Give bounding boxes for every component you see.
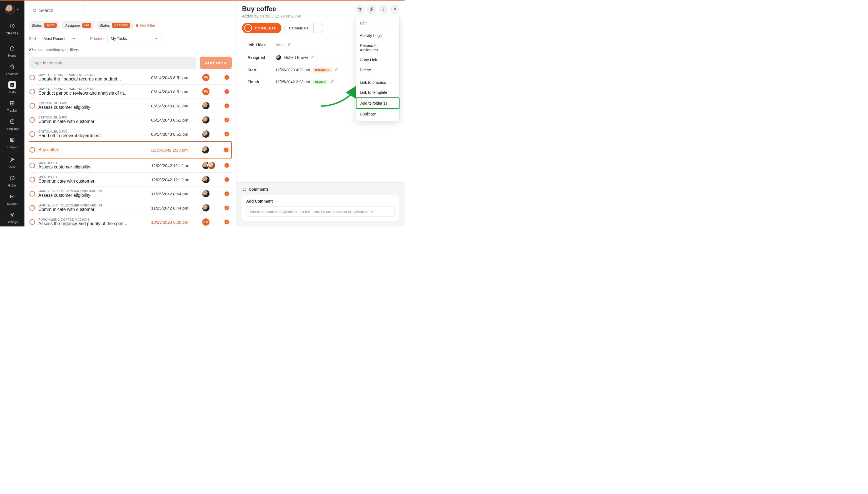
avatar (202, 175, 210, 184)
presets-select[interactable]: My Tasks (107, 34, 161, 43)
task-title: Communicate with customer (38, 119, 146, 124)
filter-assignee-value: Me (82, 23, 91, 28)
task-complete-circle[interactable] (30, 163, 35, 168)
task-row[interactable]: CRITICAL BUG FIXCommunicate with custome… (29, 113, 232, 127)
search-icon (33, 8, 37, 13)
menu-item[interactable]: Link to template (356, 88, 399, 97)
menu-item[interactable]: Edit (356, 18, 399, 28)
task-date: 12/09/2042 12:12 am (151, 163, 198, 168)
menu-item[interactable]: Delete (356, 65, 399, 75)
nav-templates[interactable]: Templates (2, 115, 22, 133)
task-meta: CRITICAL BUG FIX (38, 101, 146, 105)
task-status-check[interactable] (222, 191, 232, 197)
link-button[interactable] (367, 4, 376, 14)
task-complete-circle[interactable] (30, 219, 35, 225)
edit-icon[interactable] (334, 68, 340, 72)
sort-label[interactable]: Sort (29, 36, 36, 41)
task-row[interactable]: MAY 14, 9:51PM - FINANCIAL SPENDUpdate t… (29, 71, 232, 84)
nav-tasks[interactable]: Tasks (2, 78, 22, 97)
filter-states[interactable]: States All states (97, 21, 133, 30)
user-menu[interactable] (5, 4, 19, 15)
filter-status[interactable]: Status To do (29, 21, 59, 30)
comments-section: Comments Add Comment (236, 182, 404, 226)
menu-item[interactable]: Activity Logs (356, 31, 399, 40)
gear-icon (8, 211, 16, 219)
task-assignees (202, 116, 218, 124)
sidebar: CREATE Home Favorites Tasks Tracker Temp… (0, 1, 24, 226)
nav-support[interactable]: Support (2, 190, 22, 208)
edit-icon[interactable] (287, 42, 292, 48)
task-status-check[interactable] (222, 74, 232, 80)
task-detail-pane: Buy coffee Added by on 2023-12-20 08:23:… (236, 1, 404, 226)
search-input[interactable]: Search (29, 5, 85, 16)
nav-create-label: CREATE (6, 32, 19, 35)
task-content: MAY 14, 9:51PM - FINANCIAL SPENDConduct … (38, 88, 148, 96)
nav-settings[interactable]: Settings (2, 208, 22, 226)
nav-invite[interactable]: Invite (2, 153, 22, 172)
task-complete-circle[interactable] (30, 89, 35, 94)
task-row[interactable]: MAY 14, 9:51PM - FINANCIAL SPENDConduct … (29, 84, 232, 99)
presets-label[interactable]: Presets (90, 36, 103, 41)
task-row[interactable]: CRITICAL BUG FIXAssess customer eligibil… (29, 99, 232, 113)
task-row[interactable]: MARVEL INC - CUSTOMER ONBOARDINGCommunic… (29, 201, 232, 215)
task-complete-circle[interactable] (30, 191, 35, 196)
sort-value: Most Recent (43, 36, 66, 41)
comments-title: Comments (249, 187, 269, 191)
menu-item[interactable]: Add to folder(s) (356, 97, 400, 109)
nav-people[interactable]: People (2, 133, 22, 152)
task-title: Buy coffee (38, 147, 145, 152)
menu-item[interactable]: Resend to Assignees (356, 40, 399, 55)
menu-item[interactable]: Duplicate (356, 109, 399, 119)
add-filter-button[interactable]: ⊕ Add Filter (135, 23, 155, 27)
close-button[interactable] (390, 4, 400, 14)
task-row[interactable]: PURCHASING COFFEE MACHINEAssess the urge… (29, 215, 232, 226)
info-icon (8, 174, 16, 182)
task-row[interactable]: MICROSOFTCommunicate with customer12/09/… (29, 173, 232, 187)
complete-button[interactable]: COMPLETE (242, 23, 282, 33)
task-row[interactable]: MICROSOFTAssess customer eligibility12/0… (29, 158, 232, 173)
menu-item[interactable]: Copy Link (356, 55, 399, 65)
sort-select[interactable]: Most Recent (40, 34, 79, 43)
task-complete-circle[interactable] (30, 147, 35, 153)
edit-icon[interactable] (311, 55, 316, 60)
menu-item[interactable]: Link to process (356, 77, 399, 88)
more-vertical-icon (381, 7, 385, 12)
task-row[interactable]: Buy coffee12/25/2042 2:23 pm (29, 141, 232, 158)
filter-assignee[interactable]: Assignee Me (62, 21, 94, 30)
task-status-check[interactable] (222, 176, 232, 183)
comment-button[interactable]: COMMENT (284, 23, 314, 33)
task-assignees (202, 204, 218, 212)
nav-tracker[interactable]: Tracker (2, 97, 22, 115)
nav-favorites[interactable]: Favorites (2, 60, 22, 78)
task-complete-circle[interactable] (30, 177, 35, 182)
task-complete-circle[interactable] (30, 103, 35, 109)
add-task-button[interactable]: ADD TASK (200, 57, 232, 69)
task-complete-circle[interactable] (30, 205, 35, 211)
task-row[interactable]: MARVEL INC - CUSTOMER ONBOARDINGAssess c… (29, 187, 232, 201)
task-complete-circle[interactable] (30, 75, 35, 80)
task-status-check[interactable] (222, 163, 232, 169)
nav-create[interactable]: CREATE (2, 19, 22, 38)
comment-dropdown[interactable] (314, 23, 323, 33)
task-status-check[interactable] (222, 131, 232, 137)
task-content: MICROSOFTCommunicate with customer (38, 175, 148, 184)
nav-home[interactable]: Home (2, 42, 22, 60)
task-complete-circle[interactable] (30, 117, 35, 123)
nav-guide[interactable]: Guide (2, 172, 22, 190)
task-status-check[interactable] (222, 117, 232, 123)
svg-rect-1 (10, 83, 14, 87)
task-complete-circle[interactable] (30, 131, 35, 137)
task-status-check[interactable] (222, 89, 232, 95)
new-task-input[interactable] (29, 57, 196, 69)
favorite-button[interactable] (355, 4, 364, 14)
task-status-check[interactable] (221, 147, 231, 153)
edit-icon[interactable] (330, 79, 336, 84)
more-button[interactable] (378, 4, 388, 14)
task-status-check[interactable] (222, 205, 232, 211)
task-status-check[interactable] (222, 103, 232, 109)
task-assignees: FA (202, 218, 218, 226)
task-status-check[interactable] (222, 219, 232, 225)
results-count: 27 tasks matching your filters (29, 48, 232, 52)
comment-input[interactable] (246, 206, 395, 217)
task-row[interactable]: CRITICAL BUG FIXHand off to relevant dep… (29, 127, 232, 141)
